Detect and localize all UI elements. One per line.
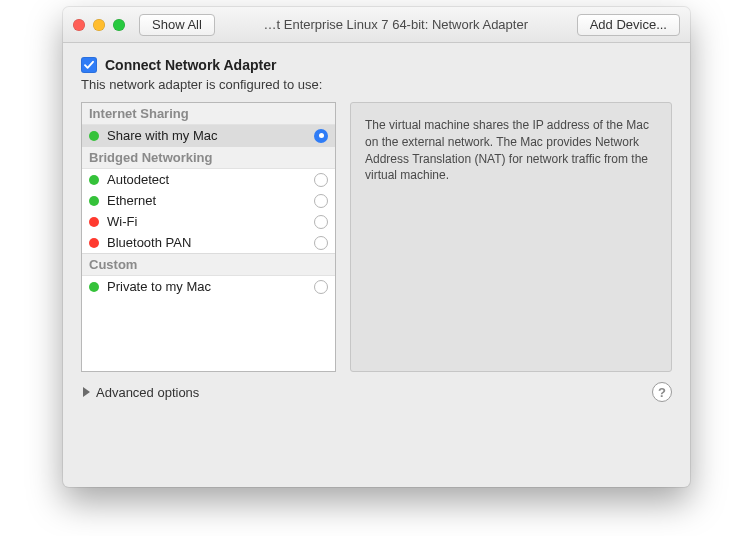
list-item[interactable]: Bluetooth PAN bbox=[82, 232, 335, 253]
group-header: Internet Sharing bbox=[82, 103, 335, 125]
titlebar: Show All …t Enterprise Linux 7 64-bit: N… bbox=[63, 7, 690, 43]
zoom-icon[interactable] bbox=[113, 19, 125, 31]
content-area: Connect Network Adapter This network ada… bbox=[63, 43, 690, 414]
subtitle-text: This network adapter is configured to us… bbox=[81, 77, 672, 92]
close-icon[interactable] bbox=[73, 19, 85, 31]
radio[interactable] bbox=[314, 280, 328, 294]
connect-checkbox[interactable] bbox=[81, 57, 97, 73]
add-device-button[interactable]: Add Device... bbox=[577, 14, 680, 36]
group-header: Bridged Networking bbox=[82, 146, 335, 169]
connect-label: Connect Network Adapter bbox=[105, 57, 276, 73]
radio[interactable] bbox=[314, 215, 328, 229]
list-item[interactable]: Private to my Mac bbox=[82, 276, 335, 297]
help-button[interactable]: ? bbox=[652, 382, 672, 402]
add-device-label: Add Device... bbox=[590, 17, 667, 32]
status-dot-icon bbox=[89, 175, 99, 185]
status-dot-icon bbox=[89, 282, 99, 292]
help-label: ? bbox=[658, 385, 666, 400]
list-item-label: Share with my Mac bbox=[107, 128, 306, 143]
show-all-button[interactable]: Show All bbox=[139, 14, 215, 36]
checkmark-icon bbox=[83, 59, 95, 71]
connect-row: Connect Network Adapter bbox=[81, 57, 672, 73]
list-item[interactable]: Share with my Mac bbox=[82, 125, 335, 146]
radio[interactable] bbox=[314, 173, 328, 187]
minimize-icon[interactable] bbox=[93, 19, 105, 31]
advanced-row: Advanced options ? bbox=[81, 382, 672, 402]
status-dot-icon bbox=[89, 131, 99, 141]
window-title: …t Enterprise Linux 7 64-bit: Network Ad… bbox=[223, 17, 569, 32]
list-item[interactable]: Ethernet bbox=[82, 190, 335, 211]
radio[interactable] bbox=[314, 236, 328, 250]
settings-window: Show All …t Enterprise Linux 7 64-bit: N… bbox=[63, 7, 690, 487]
list-item-label: Bluetooth PAN bbox=[107, 235, 306, 250]
list-item-label: Ethernet bbox=[107, 193, 306, 208]
radio-selected[interactable] bbox=[314, 129, 328, 143]
status-dot-icon bbox=[89, 196, 99, 206]
list-item-label: Private to my Mac bbox=[107, 279, 306, 294]
list-item[interactable]: Wi-Fi bbox=[82, 211, 335, 232]
status-dot-icon bbox=[89, 217, 99, 227]
group-header: Custom bbox=[82, 253, 335, 276]
advanced-options-label[interactable]: Advanced options bbox=[96, 385, 199, 400]
list-item-label: Autodetect bbox=[107, 172, 306, 187]
disclosure-triangle-icon[interactable] bbox=[83, 387, 90, 397]
network-mode-list: Internet Sharing Share with my Mac Bridg… bbox=[81, 102, 336, 372]
show-all-label: Show All bbox=[152, 17, 202, 32]
description-panel: The virtual machine shares the IP addres… bbox=[350, 102, 672, 372]
list-item-label: Wi-Fi bbox=[107, 214, 306, 229]
description-text: The virtual machine shares the IP addres… bbox=[365, 118, 649, 182]
radio[interactable] bbox=[314, 194, 328, 208]
window-controls bbox=[73, 19, 125, 31]
list-item[interactable]: Autodetect bbox=[82, 169, 335, 190]
columns: Internet Sharing Share with my Mac Bridg… bbox=[81, 102, 672, 372]
status-dot-icon bbox=[89, 238, 99, 248]
